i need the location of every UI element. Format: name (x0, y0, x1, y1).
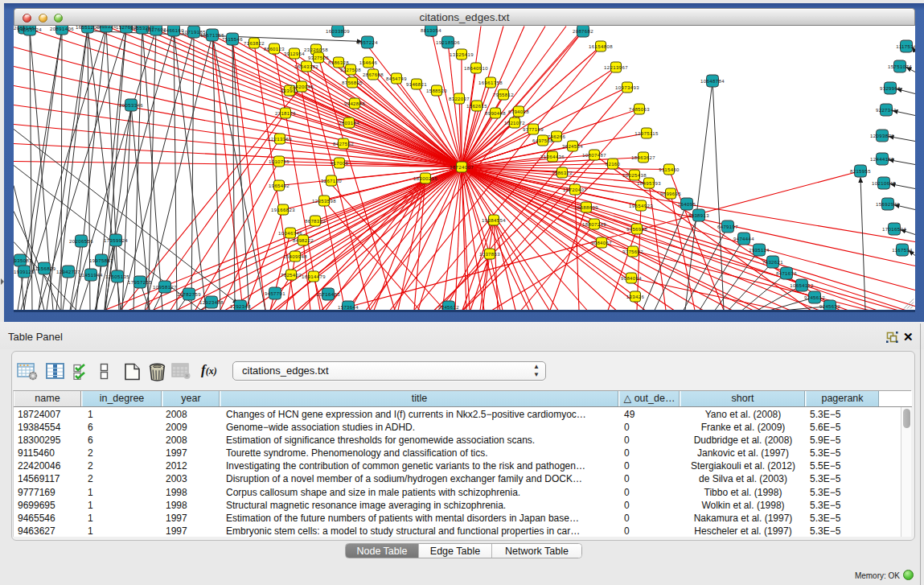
svg-text:2803144: 2803144 (339, 120, 359, 125)
svg-text:8660123: 8660123 (264, 46, 285, 51)
svg-text:15720407: 15720407 (563, 187, 587, 192)
svg-text:12444159: 12444159 (870, 156, 894, 161)
svg-text:16914479: 16914479 (302, 274, 326, 278)
svg-text:9084067: 9084067 (591, 240, 612, 245)
svg-text:8471676: 8471676 (776, 270, 797, 275)
svg-text:9115460: 9115460 (659, 167, 680, 171)
svg-text:19654923: 19654923 (629, 203, 653, 208)
svg-text:9146821: 9146821 (406, 81, 427, 86)
svg-text:7625402: 7625402 (281, 272, 302, 277)
svg-text:6794028: 6794028 (508, 109, 529, 113)
svg-text:6479197: 6479197 (717, 224, 738, 229)
svg-text:12942737: 12942737 (56, 269, 80, 274)
svg-text:1965492: 1965492 (269, 183, 290, 187)
svg-text:8990448: 8990448 (485, 110, 506, 115)
svg-text:2867608: 2867608 (363, 72, 384, 76)
svg-text:12923488: 12923488 (199, 299, 224, 304)
svg-text:7515546: 7515546 (222, 36, 243, 41)
svg-text:9227341: 9227341 (876, 107, 897, 112)
svg-text:12353598: 12353598 (312, 198, 336, 203)
svg-text:8215955: 8215955 (850, 168, 871, 173)
svg-text:1010755: 1010755 (269, 159, 290, 163)
svg-text:18495793: 18495793 (637, 180, 661, 185)
svg-text:13325419: 13325419 (450, 51, 474, 56)
svg-text:12505135: 12505135 (105, 274, 129, 278)
svg-text:15409948: 15409948 (283, 253, 307, 258)
svg-text:12213967: 12213967 (604, 64, 628, 69)
svg-text:9245612: 9245612 (438, 304, 459, 309)
svg-text:2935114: 2935114 (749, 247, 770, 252)
svg-text:9777169: 9777169 (523, 126, 544, 131)
svg-text:8454749: 8454749 (386, 76, 407, 80)
svg-text:1292348: 1292348 (230, 303, 251, 308)
svg-text:18724007: 18724007 (450, 164, 474, 169)
svg-text:8498222: 8498222 (293, 237, 314, 242)
svg-text:7632621: 7632621 (762, 259, 783, 264)
svg-text:10648784: 10648784 (700, 78, 725, 83)
svg-text:23226058: 23226058 (304, 47, 328, 51)
svg-text:933901: 933901 (281, 88, 299, 93)
svg-text:17359924: 17359924 (104, 237, 128, 242)
svg-text:9699695: 9699695 (660, 191, 681, 196)
svg-text:7485063: 7485063 (629, 106, 650, 111)
svg-text:10782759: 10782759 (177, 291, 201, 296)
svg-text:15716485: 15716485 (316, 291, 340, 296)
svg-text:7986322: 7986322 (552, 170, 573, 175)
svg-text:9329966: 9329966 (880, 85, 901, 90)
svg-text:12093872: 12093872 (870, 133, 894, 138)
svg-text:417006: 417006 (331, 160, 349, 165)
svg-text:133426: 133426 (626, 294, 645, 299)
svg-text:18935081: 18935081 (14, 257, 32, 262)
svg-text:9327508: 9327508 (340, 67, 361, 72)
svg-text:10046746: 10046746 (278, 230, 302, 235)
svg-text:3857224: 3857224 (357, 39, 378, 44)
svg-text:10688609: 10688609 (574, 204, 598, 209)
svg-text:1588520: 1588520 (426, 88, 447, 93)
svg-text:18300295: 18300295 (413, 175, 437, 180)
svg-text:7163822: 7163822 (244, 40, 265, 45)
svg-text:2718176: 2718176 (275, 110, 296, 115)
svg-text:16961758: 16961758 (478, 80, 503, 84)
svg-text:21364436: 21364436 (540, 154, 565, 159)
svg-text:10973493: 10973493 (615, 84, 639, 89)
svg-text:1117534: 1117534 (896, 43, 915, 48)
svg-text:8322037: 8322037 (449, 96, 470, 101)
svg-text:2087682: 2087682 (573, 28, 593, 33)
svg-text:19384554: 19384554 (482, 217, 506, 222)
svg-text:17957255: 17957255 (128, 279, 152, 284)
svg-text:154646: 154646 (359, 60, 378, 64)
svg-text:1939123: 1939123 (14, 269, 35, 274)
svg-text:18640910: 18640910 (464, 65, 488, 70)
svg-text:8938913: 8938913 (688, 212, 709, 217)
svg-text:11451944: 11451944 (79, 272, 103, 277)
svg-text:20206556: 20206556 (69, 238, 93, 243)
svg-text:18463627: 18463627 (631, 154, 655, 159)
svg-text:1573644: 1573644 (338, 304, 359, 309)
svg-text:20891406: 20891406 (50, 26, 74, 31)
svg-text:8427552: 8427552 (333, 141, 354, 146)
svg-text:15751074: 15751074 (888, 64, 912, 68)
svg-text:16154808: 16154808 (589, 43, 613, 48)
svg-text:8813054: 8813054 (421, 27, 441, 32)
svg-text:16671355: 16671355 (200, 32, 224, 37)
svg-text:9084094: 9084094 (621, 275, 642, 280)
svg-text:10958127: 10958127 (153, 284, 177, 289)
svg-text:3624554: 3624554 (562, 143, 583, 148)
svg-text:10210643: 10210643 (872, 180, 896, 185)
svg-text:8186328: 8186328 (328, 60, 349, 64)
svg-text:9457791: 9457791 (265, 290, 285, 295)
svg-text:10654112: 10654112 (790, 282, 814, 287)
svg-text:18807249: 18807249 (582, 221, 606, 226)
svg-text:9245632: 9245632 (819, 303, 840, 308)
svg-text:9242848: 9242848 (344, 101, 365, 105)
svg-text:14055724: 14055724 (18, 27, 42, 31)
svg-text:1167534: 1167534 (892, 247, 913, 252)
svg-text:12213369: 12213369 (268, 136, 292, 141)
svg-text:19166823: 19166823 (271, 207, 295, 212)
svg-text:9775692: 9775692 (622, 249, 643, 253)
svg-text:10025438: 10025438 (622, 172, 647, 177)
svg-text:1055326: 1055326 (96, 26, 117, 29)
svg-text:1037853: 1037853 (479, 251, 500, 256)
svg-text:17016504: 17016504 (882, 226, 906, 231)
svg-text:16543382: 16543382 (294, 64, 318, 68)
